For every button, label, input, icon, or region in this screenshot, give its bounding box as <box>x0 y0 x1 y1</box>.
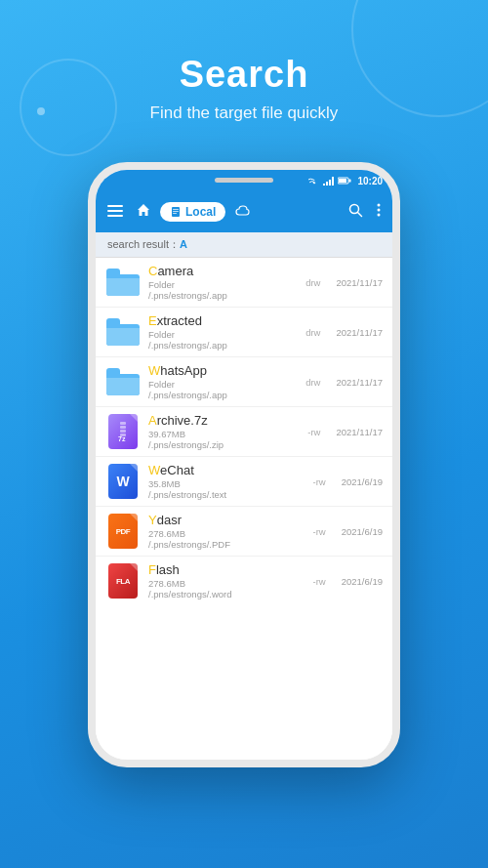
file-info-flash: Flash 278.6MB/.pns/estrongs/.word <box>148 562 305 599</box>
menu-icon[interactable] <box>103 199 127 225</box>
flash-icon: FLA <box>105 563 141 599</box>
file-name-wechat: WeChat <box>148 463 305 477</box>
list-item[interactable]: FLA Flash 278.6MB/.pns/estrongs/.word -r… <box>96 557 392 605</box>
list-item[interactable]: 7z Archive.7z 39.67MB/.pns/estrongs/.zip… <box>96 407 392 457</box>
file-name-extracted: Extracted <box>148 313 298 328</box>
search-query: A <box>180 238 187 250</box>
phone-notch <box>215 178 273 183</box>
folder-icon-camera <box>105 265 141 300</box>
nav-bar: Local <box>96 191 392 232</box>
file-meta-archive: 39.67MB/.pns/estrongs/.zip <box>148 429 300 450</box>
svg-rect-1 <box>326 182 328 186</box>
file-date-extracted: 2021/11/17 <box>336 327 383 338</box>
search-result-bar: search result：A <box>96 232 392 258</box>
svg-point-16 <box>378 204 381 207</box>
local-tab-label: Local <box>185 205 216 219</box>
search-nav-icon[interactable] <box>345 199 367 226</box>
svg-rect-21 <box>120 430 126 433</box>
local-tab[interactable]: Local <box>160 202 225 222</box>
list-item[interactable]: Camera Folder/.pns/estrongs/.app drw 202… <box>96 258 392 308</box>
cloud-nav-icon[interactable] <box>231 199 255 225</box>
battery-icon <box>338 177 351 185</box>
file-date-archive: 2021/11/17 <box>336 427 383 437</box>
folder-icon-whatsapp <box>105 364 141 399</box>
list-item[interactable]: PDF Ydasr 278.6MB/.pns/estrongs/.PDF -rw… <box>96 507 392 557</box>
svg-point-17 <box>378 209 381 212</box>
file-date-wechat: 2021/6/19 <box>342 476 383 487</box>
page-subtitle: Find the target file quickly <box>0 103 488 123</box>
file-date-camera: 2021/11/17 <box>336 277 383 288</box>
file-info-extracted: Extracted Folder/.pns/estrongs/.app <box>148 313 298 351</box>
file-name-whatsapp: WhatsApp <box>148 363 298 378</box>
file-info-wechat: WeChat 35.8MB/.pns/estrongs/.text <box>148 463 305 500</box>
file-perm-archive: -rw <box>307 427 320 437</box>
file-name-archive: Archive.7z <box>148 413 300 428</box>
file-info-ydasr: Ydasr 278.6MB/.pns/estrongs/.PDF <box>148 513 305 550</box>
file-info-whatsapp: WhatsApp Folder/.pns/estrongs/.app <box>148 363 298 400</box>
file-perm-ydasr: -rw <box>313 526 326 537</box>
svg-rect-11 <box>173 209 179 210</box>
signal-icon <box>323 177 335 186</box>
svg-line-15 <box>358 212 362 216</box>
phone-storage-icon <box>170 206 182 218</box>
svg-rect-0 <box>323 184 325 186</box>
file-perm-whatsapp: drw <box>305 377 320 388</box>
file-perm-camera: drw <box>305 277 320 288</box>
list-item[interactable]: Extracted Folder/.pns/estrongs/.app drw … <box>96 308 392 357</box>
file-perm-wechat: -rw <box>313 476 326 487</box>
file-info-archive: Archive.7z 39.67MB/.pns/estrongs/.zip <box>148 413 300 450</box>
file-date-flash: 2021/6/19 <box>342 576 383 587</box>
archive-icon: 7z <box>105 414 141 449</box>
phone-mockup: 10:20 <box>0 162 488 767</box>
file-name-flash: Flash <box>148 562 305 577</box>
file-date-ydasr: 2021/6/19 <box>342 526 383 537</box>
file-meta-whatsapp: Folder/.pns/estrongs/.app <box>148 379 298 400</box>
svg-rect-2 <box>329 180 331 186</box>
file-meta-ydasr: 278.6MB/.pns/estrongs/.PDF <box>148 528 305 550</box>
page-title: Search <box>0 54 488 96</box>
status-time: 10:20 <box>357 176 383 186</box>
phone-screen: 10:20 <box>96 170 392 760</box>
pdf-icon: PDF <box>105 514 141 549</box>
svg-rect-7 <box>107 205 123 207</box>
svg-rect-9 <box>107 215 123 217</box>
header: Search Find the target file quickly <box>0 0 488 133</box>
list-item[interactable]: WhatsApp Folder/.pns/estrongs/.app drw 2… <box>96 357 392 407</box>
file-meta-extracted: Folder/.pns/estrongs/.app <box>148 329 298 351</box>
svg-rect-6 <box>339 179 346 183</box>
file-info-camera: Camera Folder/.pns/estrongs/.app <box>148 264 298 301</box>
search-result-label: search result： <box>107 238 180 250</box>
file-date-whatsapp: 2021/11/17 <box>336 377 383 388</box>
file-perm-extracted: drw <box>305 327 320 338</box>
wechat-icon: W <box>105 464 141 499</box>
svg-point-18 <box>378 214 381 217</box>
more-nav-icon[interactable] <box>373 199 385 225</box>
file-meta-flash: 278.6MB/.pns/estrongs/.word <box>148 578 305 599</box>
file-name-ydasr: Ydasr <box>148 513 305 527</box>
svg-rect-20 <box>120 426 126 429</box>
file-list: Camera Folder/.pns/estrongs/.app drw 202… <box>96 258 392 760</box>
svg-rect-3 <box>332 177 334 186</box>
file-meta-wechat: 35.8MB/.pns/estrongs/.text <box>148 478 305 500</box>
svg-rect-19 <box>120 422 126 425</box>
status-icons <box>308 177 351 186</box>
wifi-icon <box>308 177 320 186</box>
phone-body: 10:20 <box>88 162 400 767</box>
file-name-camera: Camera <box>148 264 298 278</box>
folder-icon-extracted <box>105 314 141 350</box>
svg-rect-8 <box>107 210 123 212</box>
svg-rect-12 <box>173 211 179 212</box>
file-meta-camera: Folder/.pns/estrongs/.app <box>148 279 298 301</box>
list-item[interactable]: W WeChat 35.8MB/.pns/estrongs/.text -rw … <box>96 457 392 507</box>
file-perm-flash: -rw <box>313 576 326 587</box>
svg-text:7z: 7z <box>118 435 126 441</box>
svg-rect-13 <box>173 213 177 214</box>
svg-rect-5 <box>349 180 351 183</box>
home-nav-icon[interactable] <box>133 199 154 225</box>
